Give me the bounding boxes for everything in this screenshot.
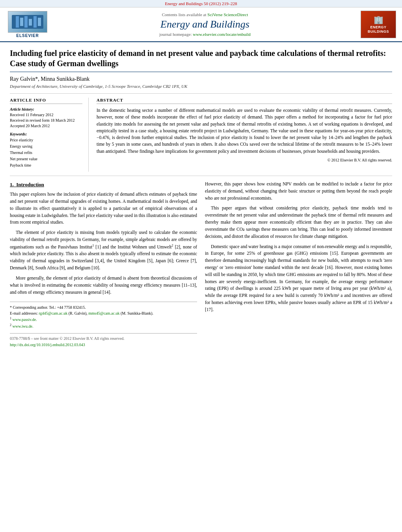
body-para-5: This paper argues that without consideri…	[205, 205, 392, 240]
email-footnote: E-mail addresses: rg445@cam.ac.uk (R. Ga…	[10, 310, 197, 316]
keywords-section: Keywords: Price elasticity Energy saving…	[10, 132, 82, 169]
abstract-text: In the domestic heating sector a number …	[97, 107, 392, 155]
corresponding-footnote: * Corresponding author. Tel.: +44 7758 8…	[10, 304, 197, 310]
body-para-3: More generally, the element of price ela…	[10, 275, 197, 296]
section1-title: Introduction	[16, 182, 44, 187]
energy-logo-text: ENERGYBUILDINGS	[368, 25, 389, 34]
email-ms[interactable]: mms45@cam.ac.uk	[88, 311, 119, 315]
doi-line: http://dx.doi.org/10.1016/j.enbuild.2012…	[10, 342, 197, 348]
homepage-link[interactable]: www.elsevier.com/locate/enbuild	[193, 32, 251, 37]
journal-citation: Energy and Buildings 50 (2012) 219–228	[165, 1, 237, 6]
contents-text: Contents lists available at	[162, 12, 207, 17]
copyright-notice: © 2012 Elsevier B.V. All rights reserved…	[97, 158, 392, 162]
section1-number: 1.	[10, 182, 14, 187]
body-para-1: This paper explores how the inclusion of…	[10, 191, 197, 226]
article-history-section: Article history: Received 11 February 20…	[10, 107, 82, 129]
article-title: Including fuel price elasticity of deman…	[10, 48, 392, 72]
section1-heading: 1. Introduction	[10, 181, 197, 189]
article-content: Including fuel price elasticity of deman…	[0, 42, 402, 354]
svg-rect-3	[24, 16, 28, 28]
svg-rect-5	[34, 16, 37, 28]
body-columns: 1. Introduction This paper explores how …	[10, 181, 392, 348]
elsevier-logo-image	[8, 11, 47, 33]
footnotes: * Corresponding author. Tel.: +44 7758 8…	[10, 302, 197, 329]
doi-link[interactable]: http://dx.doi.org/10.1016/j.enbuild.2012…	[10, 343, 85, 347]
keyword-4: Net present value	[10, 156, 82, 162]
homepage-line: journal homepage: www.elsevier.com/locat…	[49, 32, 361, 37]
fn1: 1 www.passiv.de.	[10, 316, 197, 323]
journal-center-info: Contents lists available at SciVerse Sci…	[49, 12, 361, 37]
article-info-column: ARTICLE INFO Article history: Received 1…	[10, 98, 89, 172]
authors-text: Ray Galvin*, Minna Sunikka-Blank	[10, 76, 89, 82]
journal-title: Energy and Buildings	[49, 19, 361, 30]
svg-rect-6	[38, 18, 41, 26]
email-rg[interactable]: rg445@cam.ac.uk	[39, 311, 67, 315]
issn-line: 0378-7788/$ – see front matter © 2012 El…	[10, 336, 197, 342]
accepted-date: Accepted 20 March 2012	[10, 123, 82, 129]
email-label: E-mail addresses:	[10, 311, 39, 315]
journal-header: ELSEVIER Contents lists available at Sci…	[0, 7, 402, 42]
email-rg-name: (R. Galvin),	[67, 311, 88, 315]
svg-rect-1	[16, 16, 19, 28]
article-info-abstract: ARTICLE INFO Article history: Received 1…	[10, 93, 392, 176]
body-para-2: The element of price elasticity is missi…	[10, 229, 197, 272]
article-info-heading: ARTICLE INFO	[10, 98, 82, 104]
fn2: 2 www.iwu.de.	[10, 323, 197, 329]
svg-rect-4	[29, 19, 32, 26]
elsevier-brand-text: ELSEVIER	[16, 33, 39, 38]
sciverse-line: Contents lists available at SciVerse Sci…	[49, 12, 361, 17]
keywords-label: Keywords:	[10, 132, 82, 136]
energy-buildings-logo: 🏢 ENERGYBUILDINGS	[361, 11, 396, 38]
elsevier-logo: ELSEVIER	[6, 11, 49, 38]
received-date: Received 11 February 2012	[10, 112, 82, 118]
svg-rect-2	[20, 18, 23, 26]
keyword-5: Payback time	[10, 162, 82, 169]
body-left-column: 1. Introduction This paper explores how …	[10, 181, 197, 348]
fn2-link[interactable]: www.iwu.de.	[13, 324, 34, 328]
body-right-column: However, this paper shows how existing N…	[205, 181, 392, 348]
history-label: Article history:	[10, 107, 82, 111]
keywords-list: Price elasticity Energy saving Thermal r…	[10, 137, 82, 169]
body-para-4: However, this paper shows how existing N…	[205, 181, 392, 202]
keyword-1: Price elasticity	[10, 137, 82, 143]
building-icon: 🏢	[374, 15, 383, 24]
footer-bar: 0378-7788/$ – see front matter © 2012 El…	[10, 333, 197, 348]
body-para-6: Domestic space and water heating is a ma…	[205, 243, 392, 313]
abstract-heading: ABSTRACT	[97, 98, 392, 104]
keyword-3: Thermal refits	[10, 150, 82, 156]
received-revised-date: Received in revised form 18 March 2012	[10, 118, 82, 123]
keyword-2: Energy saving	[10, 143, 82, 150]
homepage-text: journal homepage:	[159, 32, 193, 37]
fn1-link[interactable]: www.passiv.de.	[13, 318, 37, 322]
corresponding-text: * Corresponding author. Tel.: +44 7758 8…	[10, 305, 86, 310]
abstract-column: ABSTRACT In the domestic heating sector …	[97, 98, 392, 172]
journal-citation-bar: Energy and Buildings 50 (2012) 219–228	[0, 0, 402, 7]
email-ms-name: (M. Sunikka-Blank).	[119, 311, 153, 315]
article-authors: Ray Galvin*, Minna Sunikka-Blank	[10, 76, 392, 82]
sciverse-link[interactable]: SciVerse ScienceDirect	[207, 12, 248, 17]
article-affiliation: Department of Architecture, University o…	[10, 84, 392, 89]
